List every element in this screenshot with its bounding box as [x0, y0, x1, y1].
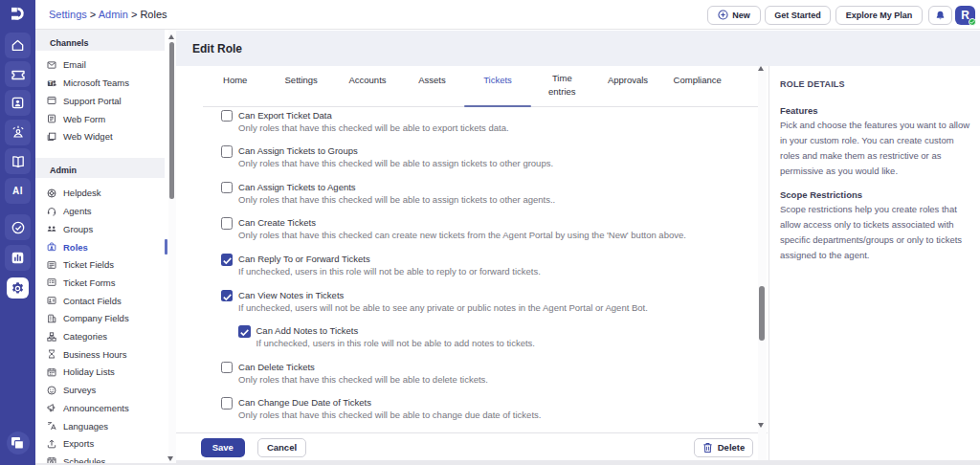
- svg-text:T: T: [49, 79, 52, 85]
